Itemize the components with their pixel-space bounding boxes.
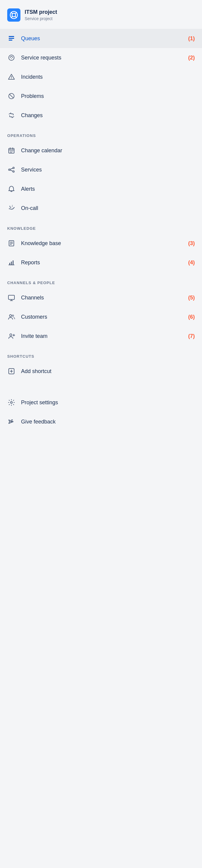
invite-team-icon bbox=[7, 332, 16, 340]
queues-icon bbox=[7, 34, 16, 43]
knowledge-base-label: Knowledge base bbox=[21, 240, 183, 247]
svg-rect-22 bbox=[12, 151, 13, 151]
svg-rect-40 bbox=[8, 295, 15, 300]
nav-item-project-settings[interactable]: Project settings bbox=[0, 393, 202, 412]
svg-rect-39 bbox=[12, 260, 13, 265]
on-call-icon bbox=[7, 204, 16, 212]
change-calendar-icon bbox=[7, 146, 16, 155]
channels-icon bbox=[7, 293, 16, 302]
svg-line-29 bbox=[10, 170, 13, 171]
nav-item-add-shortcut[interactable]: Add shortcut bbox=[0, 362, 202, 381]
queues-label: Queues bbox=[21, 35, 183, 42]
incidents-label: Incidents bbox=[21, 74, 195, 80]
alerts-icon bbox=[7, 185, 16, 193]
queues-badge: (1) bbox=[188, 35, 195, 42]
nav-item-incidents[interactable]: Incidents bbox=[0, 67, 202, 87]
svg-line-3 bbox=[15, 12, 17, 14]
knowledge-base-icon bbox=[7, 239, 16, 247]
customers-label: Customers bbox=[21, 314, 183, 320]
svg-point-43 bbox=[10, 315, 12, 317]
invite-team-badge: (7) bbox=[188, 333, 195, 339]
nav-item-service-requests[interactable]: Service requests (2) bbox=[0, 48, 202, 67]
nav-item-on-call[interactable]: On-call bbox=[0, 198, 202, 218]
add-shortcut-icon bbox=[7, 367, 16, 375]
changes-icon bbox=[7, 111, 16, 120]
svg-rect-37 bbox=[9, 263, 10, 265]
alerts-label: Alerts bbox=[21, 186, 195, 192]
section-knowledge: KNOWLEDGE bbox=[0, 218, 202, 234]
knowledge-base-badge: (3) bbox=[188, 240, 195, 247]
change-calendar-label: Change calendar bbox=[21, 148, 195, 154]
svg-point-30 bbox=[9, 209, 10, 209]
add-shortcut-label: Add shortcut bbox=[21, 368, 195, 375]
nav-item-give-feedback[interactable]: Give feedback bbox=[0, 412, 202, 431]
nav-item-reports[interactable]: Reports (4) bbox=[0, 253, 202, 272]
svg-line-15 bbox=[10, 94, 13, 98]
problems-label: Problems bbox=[21, 93, 195, 99]
svg-point-9 bbox=[9, 55, 14, 60]
svg-rect-7 bbox=[9, 38, 14, 39]
nav-item-problems[interactable]: Problems bbox=[0, 87, 202, 106]
svg-point-31 bbox=[14, 207, 15, 208]
project-logo bbox=[7, 8, 21, 22]
svg-line-2 bbox=[11, 12, 12, 14]
svg-point-27 bbox=[13, 171, 15, 173]
project-header: ITSM project Service project bbox=[0, 0, 202, 29]
problems-icon bbox=[7, 92, 16, 100]
svg-rect-21 bbox=[11, 151, 12, 151]
project-settings-icon bbox=[7, 398, 16, 407]
svg-line-4 bbox=[11, 17, 12, 18]
services-icon bbox=[7, 165, 16, 174]
svg-rect-24 bbox=[11, 152, 12, 153]
section-shortcuts: SHORTCUTS bbox=[0, 346, 202, 362]
section-operations: OPERATIONS bbox=[0, 125, 202, 141]
channels-label: Channels bbox=[21, 294, 183, 301]
service-requests-label: Service requests bbox=[21, 55, 183, 61]
nav-item-invite-team[interactable]: Invite team (7) bbox=[0, 327, 202, 346]
project-type: Service project bbox=[25, 16, 57, 21]
customers-icon bbox=[7, 313, 16, 321]
svg-point-25 bbox=[9, 169, 10, 170]
nav-item-queues[interactable]: Queues (1) bbox=[0, 29, 202, 48]
svg-point-13 bbox=[11, 78, 12, 79]
services-label: Services bbox=[21, 167, 195, 173]
svg-line-5 bbox=[15, 17, 17, 18]
svg-rect-8 bbox=[9, 40, 12, 40]
changes-label: Changes bbox=[21, 112, 195, 119]
project-settings-label: Project settings bbox=[21, 399, 195, 406]
sidebar: ITSM project Service project Queues (1) … bbox=[0, 0, 202, 431]
svg-point-10 bbox=[11, 58, 12, 59]
svg-rect-6 bbox=[9, 36, 14, 37]
svg-point-45 bbox=[10, 334, 12, 336]
svg-point-44 bbox=[12, 315, 14, 316]
svg-point-51 bbox=[10, 402, 12, 403]
service-requests-icon bbox=[7, 54, 16, 62]
give-feedback-icon bbox=[7, 417, 16, 426]
customers-badge: (6) bbox=[188, 314, 195, 320]
section-channels-people: CHANNELS & PEOPLE bbox=[0, 272, 202, 288]
nav-item-alerts[interactable]: Alerts bbox=[0, 179, 202, 198]
svg-rect-23 bbox=[10, 152, 11, 153]
reports-badge: (4) bbox=[188, 259, 195, 266]
project-name: ITSM project bbox=[25, 9, 57, 16]
incidents-icon bbox=[7, 73, 16, 81]
svg-line-28 bbox=[10, 168, 13, 169]
nav-item-customers[interactable]: Customers (6) bbox=[0, 307, 202, 327]
reports-label: Reports bbox=[21, 259, 183, 266]
nav-item-channels[interactable]: Channels (5) bbox=[0, 288, 202, 307]
nav-item-knowledge-base[interactable]: Knowledge base (3) bbox=[0, 234, 202, 253]
reports-icon bbox=[7, 258, 16, 267]
on-call-label: On-call bbox=[21, 205, 195, 212]
channels-badge: (5) bbox=[188, 294, 195, 301]
nav-item-services[interactable]: Services bbox=[0, 160, 202, 179]
svg-rect-20 bbox=[10, 151, 11, 151]
service-requests-badge: (2) bbox=[188, 55, 195, 61]
project-info: ITSM project Service project bbox=[25, 9, 57, 21]
nav-item-change-calendar[interactable]: Change calendar bbox=[0, 141, 202, 160]
give-feedback-label: Give feedback bbox=[21, 419, 195, 425]
svg-rect-38 bbox=[11, 261, 12, 265]
svg-point-26 bbox=[13, 167, 15, 169]
invite-team-label: Invite team bbox=[21, 333, 183, 339]
nav-item-changes[interactable]: Changes bbox=[0, 106, 202, 125]
